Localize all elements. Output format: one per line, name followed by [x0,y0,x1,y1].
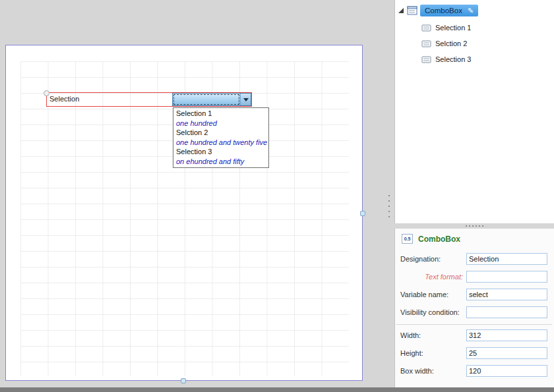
move-handle[interactable] [44,90,49,96]
combobox-focus-rect [173,94,239,105]
tree-item[interactable]: Selection 1 [421,21,471,34]
combobox-element[interactable]: Selection [46,92,252,107]
vertical-splitter[interactable] [388,195,390,217]
resize-handle-bottom[interactable] [181,378,186,383]
box-width-label: Box width: [400,367,463,375]
divider [396,324,552,325]
option-item-icon [421,40,431,47]
resize-handle-right[interactable] [360,211,365,216]
structure-tree-panel: ComboBox ✎ Selection 1 Selction 2 Select… [394,0,554,223]
horizontal-splitter[interactable] [394,223,554,229]
height-label: Height: [400,349,463,357]
tree-root-row[interactable]: ComboBox ✎ [398,3,478,18]
dropdown-item-value[interactable]: one hundred and twenty five [173,138,268,148]
design-canvas[interactable]: Selection Selection 1 one hundred Selcti… [5,45,363,381]
variable-name-label: Variable name: [400,291,463,298]
tree-item[interactable]: Selection 3 [421,53,471,66]
properties-panel: 0.5 ComboBox Designation: Text format: V… [394,229,554,387]
tree-item-label: Selction 2 [435,40,467,47]
tree-item-label: Selection 1 [435,24,471,32]
edit-pencil-icon[interactable]: ✎ [468,7,474,14]
option-item-icon [421,24,431,32]
width-label: Width: [400,331,463,339]
combobox-dropdown-button[interactable] [240,94,251,105]
form-designer-window: { "canvas": { "element": { "label": "Sel… [0,0,554,392]
combobox-node-icon [407,6,417,15]
width-input[interactable] [466,329,547,341]
visibility-condition-input[interactable] [466,306,547,318]
properties-title: ComboBox [418,235,460,244]
element-label: Selection [49,95,79,103]
properties-header: 0.5 ComboBox [402,234,460,244]
box-width-input[interactable] [466,365,547,377]
dropdown-item[interactable]: Selction 2 [173,128,268,138]
text-format-label: Text format: [400,273,463,281]
tree-item-label: Selection 3 [435,55,471,63]
tree-root-label: ComboBox [425,7,462,14]
text-format-input[interactable] [466,271,547,283]
designation-input[interactable] [466,253,547,265]
window-bottom-edge [0,387,554,392]
combobox-dropdown-list[interactable]: Selection 1 one hundred Selction 2 one h… [173,107,269,168]
dropdown-item-value[interactable]: one hundred [173,119,268,128]
option-item-icon [421,56,431,63]
dropdown-item-value[interactable]: on ehundred and fifty [173,157,268,167]
designation-label: Designation: [400,255,463,263]
visibility-condition-label: Visibility condition: [400,308,463,316]
dropdown-item[interactable]: Selection 1 [173,109,268,119]
height-input[interactable] [466,347,547,359]
variable-name-input[interactable] [466,289,547,300]
expander-icon[interactable] [398,7,404,14]
tree-selected-node[interactable]: ComboBox ✎ [420,5,478,16]
decimal-icon: 0.5 [402,234,413,244]
combobox-field[interactable] [172,93,251,106]
tree-item[interactable]: Selction 2 [421,37,467,50]
dropdown-item[interactable]: Selection 3 [173,147,268,157]
chevron-down-icon [243,98,249,101]
